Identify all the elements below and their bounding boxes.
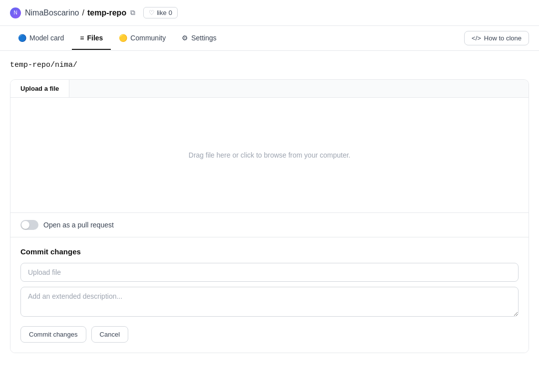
nav-tabs: 🔵 Model card ≡ Files 🟡 Community ⚙ Setti…	[0, 26, 539, 51]
main-content: temp-repo/nima/ Upload a file Drag file …	[0, 51, 539, 363]
tab-community[interactable]: 🟡 Community	[111, 27, 174, 50]
tab-files[interactable]: ≡ Files	[72, 27, 111, 50]
commit-actions: Commit changes Cancel	[20, 326, 519, 343]
settings-icon: ⚙	[182, 34, 188, 42]
like-button[interactable]: ♡ like 0	[143, 7, 178, 18]
tab-files-label: Files	[87, 34, 103, 42]
cancel-button[interactable]: Cancel	[91, 326, 128, 343]
breadcrumb: temp-repo/nima/	[10, 61, 529, 69]
pull-request-row: Open as a pull request	[10, 212, 529, 237]
commit-section: Commit changes Commit changes Cancel	[10, 237, 529, 353]
tab-settings[interactable]: ⚙ Settings	[174, 27, 225, 50]
repo-name: temp-repo	[87, 8, 126, 17]
upload-panel: Upload a file Drag file here or click to…	[10, 79, 529, 353]
code-icon: </>	[472, 34, 481, 42]
model-card-icon: 🔵	[18, 34, 26, 42]
commit-message-input[interactable]	[20, 263, 519, 282]
top-bar: N NimaBoscarino / temp-repo ⧉ ♡ like 0	[0, 0, 539, 26]
repo-owner: NimaBoscarino	[25, 8, 79, 17]
drop-zone[interactable]: Drag file here or click to browse from y…	[10, 98, 529, 212]
pull-request-toggle[interactable]	[20, 220, 38, 230]
upload-tab-bar: Upload a file	[10, 80, 529, 98]
tab-settings-label: Settings	[191, 34, 217, 42]
drop-zone-text: Drag file here or click to browse from y…	[189, 151, 350, 159]
tab-model-card-label: Model card	[29, 34, 64, 42]
community-icon: 🟡	[119, 34, 127, 42]
nav-right: </> How to clone	[464, 26, 529, 50]
how-to-clone-label: How to clone	[484, 34, 522, 42]
how-to-clone-button[interactable]: </> How to clone	[464, 31, 529, 45]
tab-community-label: Community	[130, 34, 166, 42]
like-count: 0	[169, 9, 172, 16]
commit-changes-button[interactable]: Commit changes	[20, 326, 86, 343]
heart-icon: ♡	[149, 9, 155, 16]
like-label: like	[157, 9, 167, 16]
copy-icon[interactable]: ⧉	[130, 8, 135, 17]
avatar: N	[10, 7, 21, 18]
separator: /	[82, 8, 84, 17]
commit-section-title: Commit changes	[20, 247, 519, 256]
commit-description-textarea[interactable]	[20, 287, 519, 317]
repo-title: NimaBoscarino / temp-repo	[25, 8, 126, 17]
files-icon: ≡	[80, 34, 84, 42]
upload-file-tab[interactable]: Upload a file	[10, 80, 69, 97]
tab-model-card[interactable]: 🔵 Model card	[10, 27, 72, 50]
pull-request-label: Open as a pull request	[43, 221, 114, 229]
